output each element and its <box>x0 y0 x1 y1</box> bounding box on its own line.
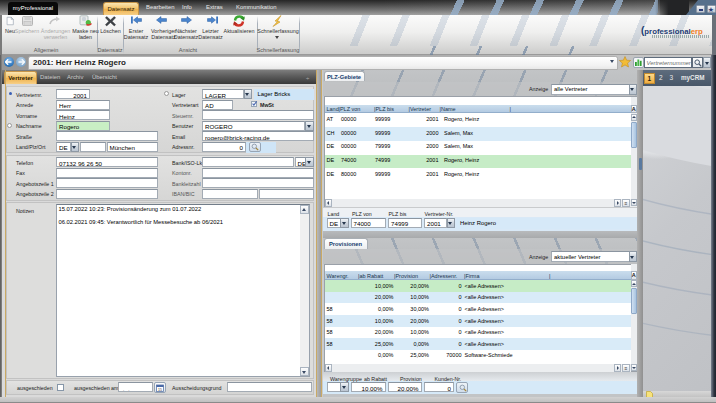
svg-text:15: 15 <box>158 387 162 391</box>
